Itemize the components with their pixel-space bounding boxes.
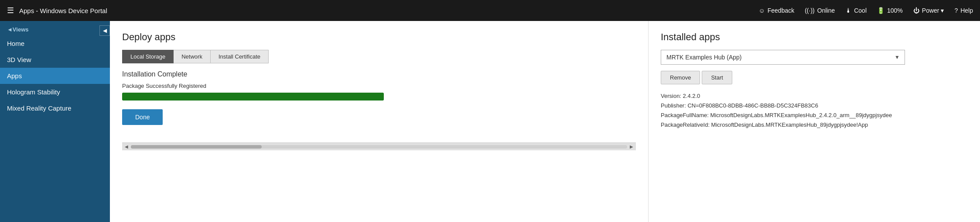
topbar: ☰ Apps - Windows Device Portal ☺ Feedbac… xyxy=(0,0,980,21)
feedback-button[interactable]: ☺ Feedback xyxy=(758,7,794,14)
sidebar: ◀ ◄Views Home 3D View Apps Hologram Stab… xyxy=(0,21,110,222)
start-button[interactable]: Start xyxy=(702,71,732,84)
help-label: Help xyxy=(960,7,973,14)
fullname-detail: PackageFullName: MicrosoftDesignLabs.MRT… xyxy=(661,111,968,120)
sidebar-item-apps[interactable]: Apps xyxy=(0,68,110,84)
done-button[interactable]: Done xyxy=(122,109,163,125)
power-button[interactable]: ⏻ Power ▾ xyxy=(913,7,944,14)
battery-label: 100% xyxy=(887,7,903,14)
online-label: Online xyxy=(817,7,835,14)
tab-local-storage[interactable]: Local Storage xyxy=(122,50,174,63)
online-indicator: ((·)) Online xyxy=(805,7,835,14)
content-panels: Deploy apps Local Storage Network Instal… xyxy=(110,21,980,222)
hamburger-icon[interactable]: ☰ xyxy=(7,6,14,15)
version-detail: Version: 2.4.2.0 xyxy=(661,91,968,101)
app-select[interactable]: MRTK Examples Hub (App) xyxy=(661,50,905,65)
battery-indicator: 🔋 100% xyxy=(877,7,903,14)
progress-bar-container xyxy=(122,93,384,101)
tab-network[interactable]: Network xyxy=(174,50,211,63)
package-status: Package Successfully Registered xyxy=(122,83,636,89)
help-button[interactable]: ? Help xyxy=(954,7,973,14)
deploy-tabs: Local Storage Network Install Certificat… xyxy=(122,50,636,63)
deploy-title: Deploy apps xyxy=(122,31,636,43)
topbar-right: ☺ Feedback ((·)) Online 🌡 Cool 🔋 100% ⏻ … xyxy=(758,7,973,14)
installed-panel: Installed apps MRTK Examples Hub (App) ▼… xyxy=(649,21,980,222)
temp-indicator: 🌡 Cool xyxy=(845,7,867,14)
power-icon: ⏻ xyxy=(913,7,919,14)
action-buttons: Remove Start xyxy=(661,71,968,84)
sidebar-item-home[interactable]: Home xyxy=(0,35,110,52)
scrollbar-track[interactable] xyxy=(131,145,627,149)
scroll-right-icon[interactable]: ▶ xyxy=(629,144,634,149)
online-icon: ((·)) xyxy=(805,7,815,14)
sidebar-item-mixed-reality-capture[interactable]: Mixed Reality Capture xyxy=(0,100,110,116)
main-layout: ◀ ◄Views Home 3D View Apps Hologram Stab… xyxy=(0,21,980,222)
main-content: Deploy apps Local Storage Network Instal… xyxy=(110,21,980,222)
views-section-label: ◄Views xyxy=(0,21,110,35)
power-label: Power ▾ xyxy=(922,7,944,14)
remove-button[interactable]: Remove xyxy=(661,71,700,84)
publisher-detail: Publisher: CN=0F808BC0-8DBB-486C-BB8B-D5… xyxy=(661,101,968,111)
scroll-left-icon[interactable]: ◀ xyxy=(124,144,129,149)
feedback-icon: ☺ xyxy=(758,7,765,14)
feedback-label: Feedback xyxy=(768,7,794,14)
sidebar-item-3dview[interactable]: 3D View xyxy=(0,52,110,68)
temp-label: Cool xyxy=(854,7,867,14)
sidebar-item-hologram-stability[interactable]: Hologram Stability xyxy=(0,84,110,100)
app-details: Version: 2.4.2.0 Publisher: CN=0F808BC0-… xyxy=(661,91,968,130)
scrollbar-thumb[interactable] xyxy=(131,145,262,149)
install-status: Installation Complete xyxy=(122,70,636,78)
sidebar-collapse-button[interactable]: ◀ xyxy=(99,25,110,36)
app-title: Apps - Windows Device Portal xyxy=(19,7,753,14)
progress-bar-fill xyxy=(122,93,384,101)
relativeid-detail: PackageRelativeId: MicrosoftDesignLabs.M… xyxy=(661,120,968,130)
temp-icon: 🌡 xyxy=(845,7,851,14)
horizontal-scrollbar[interactable]: ◀ ▶ xyxy=(122,142,636,150)
battery-icon: 🔋 xyxy=(877,7,884,14)
help-icon: ? xyxy=(954,7,958,14)
app-dropdown-container: MRTK Examples Hub (App) ▼ xyxy=(661,50,968,65)
tab-install-certificate[interactable]: Install Certificate xyxy=(211,50,269,63)
deploy-panel: Deploy apps Local Storage Network Instal… xyxy=(110,21,649,222)
installed-title: Installed apps xyxy=(661,31,968,43)
